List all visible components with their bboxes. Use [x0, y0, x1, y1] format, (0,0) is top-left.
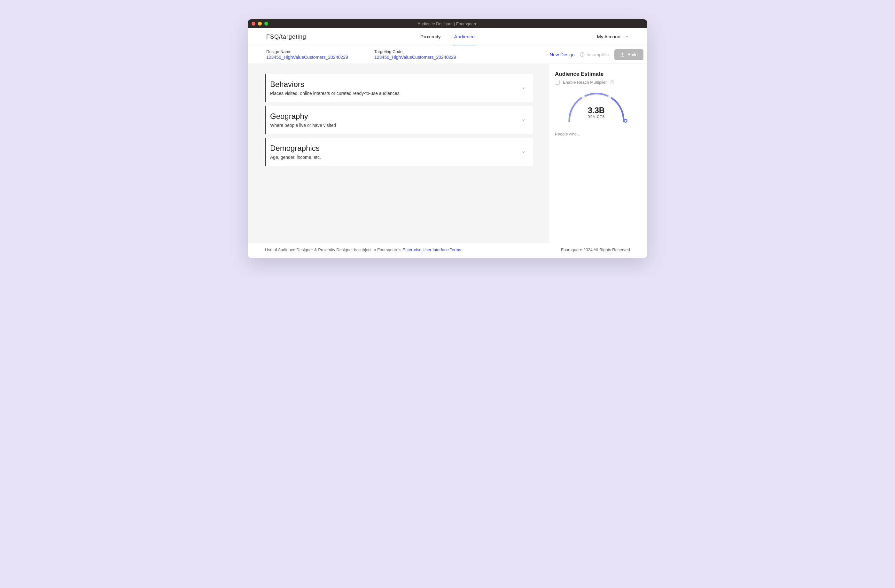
- card-title: Demographics: [270, 144, 526, 153]
- chevron-down-icon: [521, 150, 526, 155]
- minimize-window-icon[interactable]: [258, 22, 262, 26]
- chevron-down-icon: [521, 86, 526, 91]
- header: FSQ/targeting Proximity Audience My Acco…: [248, 28, 647, 45]
- people-who-label: People who...: [555, 132, 638, 136]
- gauge: 3.3B DEVICES: [566, 91, 627, 123]
- card-desc: Places visited, online interests or cura…: [270, 91, 526, 96]
- build-button[interactable]: Build: [614, 49, 643, 60]
- logo-suffix: /targeting: [279, 33, 306, 40]
- estimate-sidebar: Audience Estimate Enable Reach Multiplie…: [548, 64, 647, 243]
- tab-proximity[interactable]: Proximity: [420, 28, 441, 45]
- reach-multiplier-checkbox[interactable]: [555, 80, 560, 85]
- reach-multiplier-label: Enable Reach Multiplier: [563, 80, 607, 85]
- card-demographics[interactable]: Demographics Age, gender, income, etc.: [265, 138, 533, 166]
- design-name-label: Design Name: [266, 49, 369, 54]
- account-menu[interactable]: My Account: [597, 34, 629, 39]
- subheader-actions: + New Design Incomplete Build: [546, 45, 647, 64]
- targeting-code-column: Targeting Code 123456_HighValueCustomers…: [369, 45, 546, 64]
- design-name-value[interactable]: 123456_HighValueCustomers_20240229: [266, 55, 369, 60]
- logo[interactable]: FSQ/targeting: [266, 33, 306, 40]
- card-desc: Where people live or have visited: [270, 123, 526, 128]
- close-window-icon[interactable]: [252, 22, 255, 26]
- chevron-down-icon: [625, 35, 629, 39]
- gauge-indicator-dot: [623, 119, 628, 123]
- status-label: Incomplete: [587, 52, 609, 57]
- gauge-container: 3.3B DEVICES: [555, 89, 638, 127]
- terms-link[interactable]: Enterprise User Interface Terms: [402, 247, 461, 252]
- titlebar: Audience Designer | Foursquare: [248, 19, 647, 28]
- gauge-readout: 3.3B DEVICES: [587, 106, 605, 118]
- window-title: Audience Designer | Foursquare: [418, 21, 478, 26]
- card-behaviors[interactable]: Behaviors Places visited, online interes…: [265, 74, 533, 102]
- card-desc: Age, gender, income, etc.: [270, 155, 526, 160]
- build-label: Build: [628, 52, 638, 57]
- alert-icon: [580, 52, 585, 57]
- card-title: Behaviors: [270, 80, 526, 89]
- help-icon[interactable]: ?: [610, 80, 614, 84]
- status-indicator: Incomplete: [580, 52, 609, 57]
- account-label: My Account: [597, 34, 622, 39]
- card-geography[interactable]: Geography Where people live or have visi…: [265, 106, 533, 134]
- cards-panel: Behaviors Places visited, online interes…: [248, 64, 548, 243]
- chevron-down-icon: [521, 118, 526, 123]
- logo-prefix: FSQ: [266, 33, 279, 40]
- svg-point-2: [582, 55, 583, 56]
- traffic-lights: [252, 22, 268, 26]
- subheader: Design Name 123456_HighValueCustomers_20…: [248, 45, 647, 64]
- upload-icon: [620, 52, 625, 57]
- main-content: Behaviors Places visited, online interes…: [248, 64, 647, 243]
- maximize-window-icon[interactable]: [264, 22, 268, 26]
- new-design-button[interactable]: + New Design: [546, 52, 575, 57]
- reach-multiplier-row: Enable Reach Multiplier ?: [555, 80, 638, 85]
- estimate-title: Audience Estimate: [555, 71, 638, 77]
- app-window: Audience Designer | Foursquare FSQ/targe…: [248, 19, 647, 258]
- footer-disclaimer: Use of Audience Designer & Proximity Des…: [265, 247, 461, 252]
- gauge-value: 3.3B: [587, 106, 605, 115]
- footer: Use of Audience Designer & Proximity Des…: [248, 243, 647, 258]
- footer-copyright: Foursquare 2024 All Rights Reserved: [561, 247, 630, 252]
- disclaimer-text: Use of Audience Designer & Proximity Des…: [265, 247, 402, 252]
- card-title: Geography: [270, 112, 526, 121]
- design-name-column: Design Name 123456_HighValueCustomers_20…: [248, 45, 369, 64]
- gauge-unit: DEVICES: [587, 115, 605, 118]
- targeting-code-label: Targeting Code: [374, 49, 546, 54]
- targeting-code-value[interactable]: 123456_HighValueCustomers_20240229: [374, 55, 546, 60]
- nav-tabs: Proximity Audience: [420, 28, 475, 45]
- tab-audience[interactable]: Audience: [454, 28, 475, 45]
